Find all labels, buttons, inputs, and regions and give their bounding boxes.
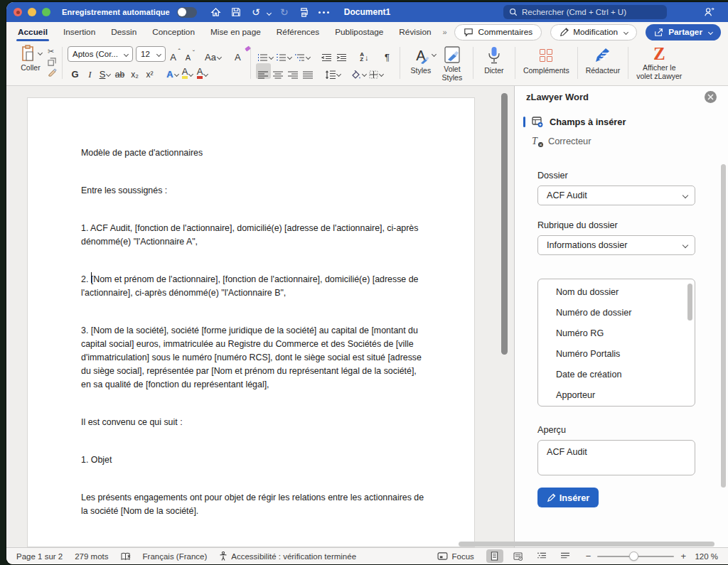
bold-button[interactable]: G (68, 63, 82, 79)
pane-vertical-scrollbar[interactable] (721, 164, 726, 488)
addins-button[interactable]: Compléments (520, 44, 572, 82)
accessibility-status[interactable]: Accessibilité : vérification terminée (219, 551, 356, 561)
outline-view-button[interactable] (533, 549, 550, 563)
shrink-font-button[interactable]: Aˇ (181, 46, 196, 62)
close-pane-button[interactable] (705, 91, 717, 103)
align-right-button[interactable] (286, 63, 301, 79)
shading-button[interactable] (350, 63, 368, 79)
print-icon[interactable] (296, 5, 312, 19)
print-layout-view-button[interactable] (486, 549, 503, 563)
document-paragraph[interactable]: Les présents engagements ont pour objet … (81, 491, 431, 518)
search-box[interactable] (503, 5, 667, 19)
document-paragraph[interactable]: 1. Objet (81, 453, 431, 467)
decrease-indent-button[interactable] (319, 46, 334, 62)
draft-view-button[interactable] (557, 549, 574, 563)
tab-overflow-chevron[interactable]: » (443, 28, 447, 36)
borders-button[interactable] (368, 63, 385, 79)
document-paragraph[interactable]: Modèle de pacte d'actionnaires (81, 146, 431, 160)
subscript-button[interactable]: x₂ (127, 63, 142, 79)
listbox-scrollbar[interactable] (687, 284, 692, 321)
comments-button[interactable]: Commentaires (454, 24, 542, 41)
ribbon-tab[interactable]: Accueil (14, 23, 52, 41)
editor-button[interactable]: Rédacteur (583, 44, 623, 82)
cut-icon[interactable]: ✂ (48, 46, 57, 57)
field-option[interactable]: Numéro de dossier (538, 302, 695, 323)
format-painter-icon[interactable] (48, 67, 57, 77)
field-option[interactable]: Apporteur (538, 384, 695, 405)
grow-font-button[interactable]: Aˆ (166, 46, 181, 62)
field-option[interactable]: Nom du dossier (538, 281, 695, 302)
profile-sync-icon[interactable] (701, 5, 717, 19)
paste-button[interactable]: Coller (15, 44, 46, 82)
underline-button[interactable]: S (97, 63, 112, 79)
page-count[interactable]: Page 1 sur 2 (16, 552, 63, 561)
text-effects-button[interactable]: A (165, 63, 180, 79)
save-icon[interactable] (228, 5, 244, 19)
strikethrough-button[interactable]: ab (112, 63, 127, 79)
zoom-slider-thumb[interactable] (629, 551, 638, 561)
ribbon-tab[interactable]: Conception (148, 23, 199, 41)
highlight-color-button[interactable]: A (180, 63, 195, 79)
document-paragraph[interactable]: 1. ACF Audit, [fonction de l'actionnaire… (81, 222, 431, 249)
ribbon-tab[interactable]: Références (272, 23, 323, 41)
document-paragraph[interactable]: 3. [Nom de la société], société [forme j… (81, 324, 431, 392)
dictate-button[interactable]: Dicter (478, 44, 510, 82)
field-option[interactable]: Numéro Portalis (538, 343, 695, 364)
font-size-combo[interactable]: 12 (136, 46, 166, 62)
increase-indent-button[interactable] (334, 46, 349, 62)
align-left-button[interactable] (256, 63, 271, 79)
document-paragraph[interactable]: Entre les soussignés : (81, 184, 431, 198)
numbered-list-button[interactable] (274, 46, 293, 62)
document-paragraph[interactable]: Il est convenu ce qui suit : (81, 416, 431, 429)
rubrique-select[interactable]: Informations dossier (537, 235, 695, 255)
insert-button[interactable]: Insérer (537, 488, 599, 507)
ribbon-tab[interactable]: Dessin (107, 23, 141, 41)
line-spacing-button[interactable] (323, 63, 342, 79)
word-count[interactable]: 279 mots (75, 552, 108, 561)
multilevel-list-button[interactable] (293, 46, 311, 62)
ribbon-tab[interactable]: Publipostage (331, 23, 387, 41)
minimize-window-button[interactable] (28, 8, 36, 16)
field-option[interactable]: Date de création (538, 364, 695, 384)
document-vertical-scrollbar[interactable] (501, 93, 508, 355)
horizontal-scrollbar[interactable] (459, 542, 714, 547)
document-page[interactable]: Modèle de pacte d'actionnairesEntre les … (27, 97, 475, 547)
ribbon-tab[interactable]: Révision (395, 23, 435, 41)
field-option[interactable]: Numéro RG (538, 323, 695, 343)
ribbon-tab[interactable]: Insertion (59, 23, 100, 41)
clear-formatting-button[interactable]: A (230, 46, 245, 62)
superscript-button[interactable]: x² (142, 63, 157, 79)
ribbon-tab[interactable]: Mise en page (206, 23, 265, 41)
styles-pane-button[interactable]: Volet Styles (437, 44, 468, 82)
nav-champs-a-inserer[interactable]: Champs à insérer (515, 112, 728, 131)
zoom-window-button[interactable] (42, 8, 50, 16)
undo-icon[interactable]: ↺ (248, 5, 264, 19)
zoom-slider[interactable] (597, 556, 674, 557)
italic-button[interactable]: I (82, 63, 97, 79)
share-button[interactable]: Partager (646, 24, 721, 41)
font-name-combo[interactable]: Aptos (Cor... (68, 46, 133, 62)
immersive-reader-view-button[interactable] (510, 549, 527, 563)
zlawyer-pane-button[interactable]: Z Afficher le volet zLawyer (633, 44, 685, 82)
close-window-button[interactable] (14, 8, 22, 16)
editing-mode-button[interactable]: Modification (550, 24, 637, 41)
sort-button[interactable]: AZ↓ (357, 46, 372, 62)
bullet-list-button[interactable] (256, 46, 274, 62)
pilcrow-button[interactable]: ¶ (380, 46, 395, 62)
justify-button[interactable] (301, 63, 316, 79)
undo-chevron-icon[interactable] (265, 11, 271, 18)
autosave-toggle[interactable] (177, 7, 197, 18)
zoom-level[interactable]: 120 % (692, 552, 718, 561)
copy-icon[interactable] (48, 57, 57, 68)
focus-mode-button[interactable]: Focus (437, 552, 473, 561)
font-color-button[interactable]: A (195, 63, 210, 79)
align-center-button[interactable] (271, 63, 286, 79)
search-input[interactable] (522, 8, 661, 16)
styles-button[interactable]: A Styles (405, 44, 437, 82)
change-case-button[interactable]: Aa (203, 46, 223, 62)
home-icon[interactable] (208, 5, 224, 19)
language-status[interactable]: Français (France) (143, 552, 208, 561)
zoom-out-button[interactable]: − (586, 551, 592, 561)
document-paragraph[interactable]: 2. [Nom et prénom de l'actionnaire], [fo… (81, 273, 431, 300)
zoom-in-button[interactable]: + (680, 551, 686, 561)
